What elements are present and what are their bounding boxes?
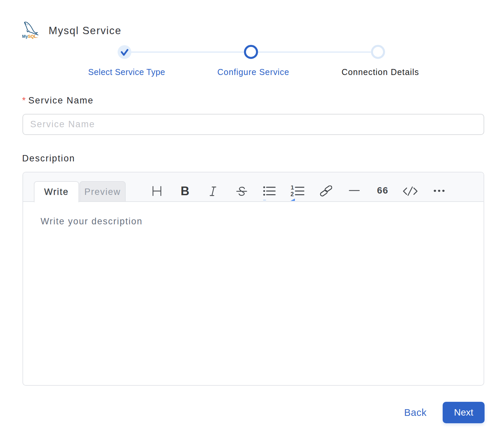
- svg-text:1: 1: [291, 186, 294, 191]
- svg-text:2: 2: [291, 191, 294, 197]
- svg-text:MySQL.: MySQL.: [22, 34, 38, 39]
